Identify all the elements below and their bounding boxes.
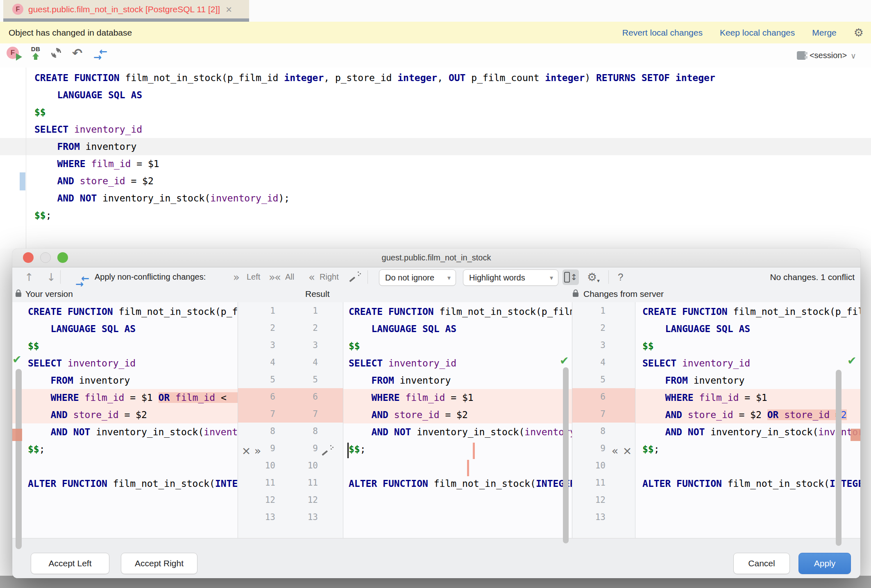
function-icon: F — [11, 49, 15, 57]
sync-scroll-toggle[interactable]: ↕ — [563, 269, 579, 285]
line-number: 4 — [275, 354, 318, 371]
result-editor[interactable]: CREATE FUNCTION film_not_in_stock(p_film… — [343, 302, 572, 538]
help-button[interactable]: ? — [618, 267, 623, 287]
function-icon: F — [12, 4, 23, 15]
tab-bar: F guest.public.film_not_in_stock [Postgr… — [0, 0, 871, 22]
apply-left-label[interactable]: Left — [247, 267, 260, 287]
ignore-change-icon[interactable]: × — [240, 442, 252, 459]
your-version-editor[interactable]: CREATE FUNCTION film_not_in_stock(p_film… — [12, 302, 238, 538]
apply-right-icon[interactable]: « — [308, 267, 314, 287]
close-icon[interactable]: × — [226, 4, 232, 15]
line-number: 6 — [275, 388, 318, 405]
undo-icon[interactable]: ↶ — [72, 46, 82, 60]
code-line: $$ — [635, 337, 860, 355]
tab-title: guest.public.film_not_in_stock [PostgreS… — [28, 5, 220, 14]
toolbar-divider — [60, 270, 61, 284]
lock-icon — [16, 292, 21, 297]
code-line: AND store_id = $2 — [12, 406, 238, 423]
code-line — [343, 458, 572, 475]
accept-left-button[interactable]: Accept Left — [31, 553, 109, 574]
merge-link[interactable]: Merge — [812, 28, 837, 38]
accept-right-button[interactable]: Accept Right — [121, 553, 197, 574]
code-line: WHERE film_id = $1 — [343, 389, 572, 406]
code-line: FROM inventory — [34, 138, 715, 155]
apply-all-icon[interactable]: »« — [269, 267, 280, 287]
code-line: SELECT inventory_id — [12, 355, 238, 372]
code-line: ALTER FUNCTION film_not_in_stock(INTEGER… — [12, 475, 238, 492]
previous-difference-button[interactable]: ↑ — [25, 267, 34, 287]
gutter-row: 6 — [572, 388, 635, 405]
editor-toolbar: F DB ↶ ← → <session> ∨ — [0, 43, 871, 68]
line-number: 11 — [572, 474, 606, 491]
code-line: FROM inventory — [635, 372, 860, 389]
right-scrollbar-thumb[interactable] — [836, 370, 842, 546]
magic-resolve-icon[interactable] — [349, 268, 360, 285]
gutter-change-marker — [20, 172, 25, 190]
gutter-row: 5 — [572, 371, 635, 388]
result-scrollbar-thumb[interactable] — [563, 367, 569, 543]
line-number: 6 — [572, 388, 606, 405]
line-number: 7 — [275, 405, 318, 423]
line-number: 12 — [238, 491, 275, 509]
resolve-conflict-icon[interactable] — [322, 442, 333, 459]
left-scrollbar-thumb[interactable] — [16, 369, 22, 549]
gear-icon[interactable]: ⚙ — [854, 27, 864, 38]
apply-all-label[interactable]: All — [285, 267, 294, 287]
settings-button[interactable]: ⚙ ▾ — [587, 267, 600, 287]
code-line: $$ — [34, 104, 715, 121]
session-icon — [797, 51, 806, 60]
run-function-button[interactable]: F — [7, 47, 19, 59]
line-number: 7 — [572, 405, 606, 423]
text-caret — [347, 443, 349, 458]
sql-editor[interactable]: CREATE FUNCTION film_not_in_stock(p_film… — [0, 68, 871, 249]
gutter-row: 88 — [238, 423, 343, 440]
ignore-change-icon[interactable]: × — [621, 442, 633, 459]
conflict-scroll-marker[interactable] — [851, 429, 860, 441]
diff-status-text: No changes. 1 conflict — [770, 267, 855, 287]
line-number: 9 — [275, 440, 318, 457]
accept-left-change-icon[interactable]: » — [252, 442, 264, 459]
line-number: 13 — [238, 509, 275, 526]
code-line — [12, 492, 238, 509]
code-line — [635, 458, 860, 475]
toolbar-divider — [367, 270, 368, 284]
session-selector[interactable]: <session> ∨ — [797, 43, 856, 68]
gutter-row: 1010 — [238, 457, 343, 474]
code-line: $$ — [12, 337, 238, 355]
submit-to-database-button[interactable]: DB — [29, 45, 42, 60]
line-number: 10 — [238, 457, 275, 474]
cancel-button[interactable]: Cancel — [733, 553, 790, 574]
apply-right-label[interactable]: Right — [320, 267, 339, 287]
code-line: LANGUAGE SQL AS — [12, 320, 238, 337]
line-number: 8 — [572, 423, 606, 440]
resolved-check-icon: ✔ — [12, 353, 22, 366]
compare-merge-icon[interactable]: ← → — [93, 49, 107, 61]
result-code: CREATE FUNCTION film_not_in_stock(p_film… — [343, 303, 572, 527]
next-difference-button[interactable]: ↓ — [47, 267, 56, 287]
apply-left-icon[interactable]: » — [233, 267, 239, 287]
gutter-row: 55 — [238, 371, 343, 388]
line-number: 13 — [275, 509, 318, 526]
line-number: 4 — [238, 354, 275, 371]
gutter-row: 10 — [572, 457, 635, 474]
accept-right-change-icon[interactable]: « — [609, 442, 621, 459]
conflict-scroll-marker[interactable] — [12, 429, 22, 441]
code-line — [635, 492, 860, 509]
dialog-title-bar[interactable]: guest.public.film_not_in_stock — [12, 249, 860, 267]
line-number: 2 — [275, 319, 318, 337]
gutter-row: 1111 — [238, 474, 343, 491]
gutter-row: 44 — [238, 354, 343, 371]
revert-local-changes-link[interactable]: Revert local changes — [622, 28, 703, 38]
tab-film-not-in-stock[interactable]: F guest.public.film_not_in_stock [Postgr… — [3, 0, 249, 18]
gutter-row: 11 — [572, 474, 635, 491]
keep-local-changes-link[interactable]: Keep local changes — [720, 28, 795, 38]
gutter-row: 1313 — [238, 509, 343, 526]
highlight-mode-dropdown[interactable]: Highlight words ▾ — [463, 269, 558, 286]
ignore-mode-dropdown[interactable]: Do not ignore ▾ — [379, 269, 456, 286]
code-line — [343, 509, 572, 527]
server-version-editor[interactable]: CREATE FUNCTION film_not_in_stock(p_film… — [635, 302, 860, 538]
apply-all-changes-icon[interactable]: ← → — [75, 276, 89, 287]
apply-button[interactable]: Apply — [798, 553, 851, 574]
gutter-row: 1 — [572, 302, 635, 319]
refresh-icon[interactable] — [51, 47, 61, 58]
